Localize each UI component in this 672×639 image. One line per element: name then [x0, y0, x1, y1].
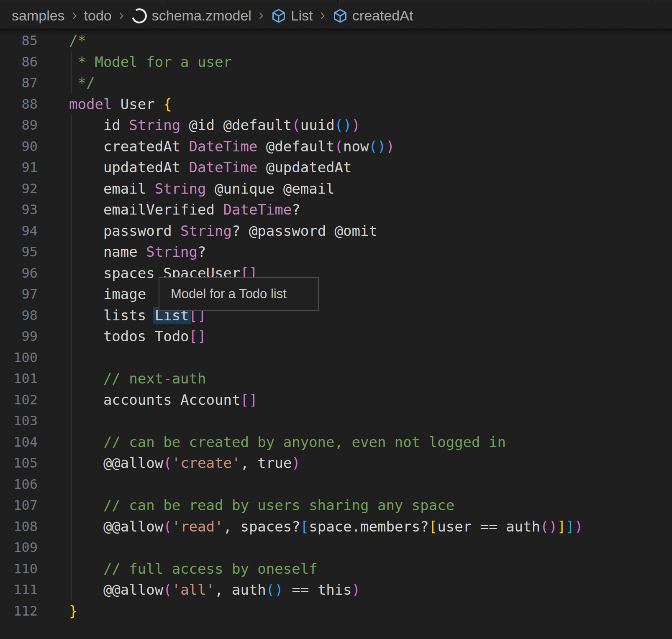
indent-guide: [71, 115, 72, 601]
code-line-content[interactable]: /*: [38, 30, 672, 51]
code-line-104[interactable]: 104 // can be created by anyone, even no…: [0, 432, 672, 453]
code-line-content[interactable]: [38, 410, 672, 432]
code-line-content[interactable]: password String? @password @omit: [38, 220, 672, 242]
code-line-93[interactable]: 93 emailVerified DateTime?: [0, 199, 672, 220]
code-line-content[interactable]: [38, 537, 672, 558]
code-line-86[interactable]: 86 * Model for a user: [0, 51, 672, 73]
code-line-content[interactable]: email String @unique @email: [38, 178, 672, 199]
code-line-98[interactable]: 98 lists List[]: [0, 305, 672, 326]
code-line-content[interactable]: // next-auth: [38, 368, 672, 389]
code-line-85[interactable]: 85/*: [0, 30, 672, 51]
code-line-content[interactable]: @@allow('all', auth() == this): [38, 579, 672, 601]
code-line-103[interactable]: 103: [0, 410, 672, 432]
line-number: 90: [0, 136, 38, 157]
breadcrumb-label: List: [291, 8, 313, 24]
chevron-right-icon: [116, 10, 127, 21]
code-line-content[interactable]: model User {: [38, 94, 672, 115]
code-editor[interactable]: 85/*86 * Model for a user87 */88model Us…: [0, 28, 672, 639]
code-token: now: [343, 138, 369, 155]
code-line-89[interactable]: 89 id String @id @default(uuid()): [0, 115, 672, 136]
code-token: , auth: [215, 581, 266, 598]
code-token: []: [240, 391, 257, 408]
line-number: 86: [0, 51, 38, 73]
line-number: 91: [0, 157, 38, 178]
code-token: (): [540, 518, 557, 535]
code-line-content[interactable]: lists List[]: [38, 305, 672, 326]
breadcrumb-label: todo: [84, 8, 112, 24]
code-line-content[interactable]: image: [38, 284, 672, 305]
code-line-101[interactable]: 101 // next-auth: [0, 368, 672, 389]
code-line-105[interactable]: 105 @@allow('create', true): [0, 452, 672, 474]
code-line-99[interactable]: 99 todos Todo[]: [0, 326, 672, 347]
code-token: [: [429, 518, 437, 535]
code-line-content[interactable]: * Model for a user: [38, 51, 672, 73]
breadcrumb-item-createdat[interactable]: createdAt: [332, 8, 413, 24]
code-token: String: [180, 222, 232, 239]
code-line-109[interactable]: 109: [0, 537, 672, 558]
code-line-content[interactable]: */: [38, 72, 672, 94]
line-number: 92: [0, 178, 38, 199]
code-line-97[interactable]: 97 image: [0, 284, 672, 305]
code-line-content[interactable]: accounts Account[]: [38, 389, 672, 411]
code-line-content[interactable]: @@allow('create', true): [38, 452, 672, 474]
code-token: // can be created by anyone, even not lo…: [69, 434, 506, 450]
code-token: */: [69, 74, 95, 91]
breadcrumb-item-samples[interactable]: samples: [12, 8, 65, 24]
line-number: 103: [0, 410, 38, 432]
breadcrumb-item-todo[interactable]: todo: [84, 8, 112, 24]
code-line-content[interactable]: // full access by oneself: [38, 558, 672, 580]
code-token: uuid: [300, 117, 335, 133]
line-number: 102: [0, 389, 38, 411]
code-line-content[interactable]: // can be created by anyone, even not lo…: [38, 432, 672, 453]
code-line-92[interactable]: 92 email String @unique @email: [0, 178, 672, 199]
code-token: name: [69, 243, 146, 260]
code-line-content[interactable]: name String?: [38, 241, 672, 263]
breadcrumb-label: schema.zmodel: [152, 8, 251, 24]
breadcrumb-item-schema-zmodel[interactable]: schema.zmodel: [131, 8, 251, 24]
code-token: DateTime: [189, 138, 258, 155]
code-line-content[interactable]: todos Todo[]: [38, 326, 672, 347]
code-token: emailVerified: [69, 201, 223, 218]
code-line-91[interactable]: 91 updatedAt DateTime @updatedAt: [0, 157, 672, 178]
code-line-94[interactable]: 94 password String? @password @omit: [0, 220, 672, 242]
code-line-content[interactable]: spaces SpaceUser[]: [38, 263, 672, 284]
code-token: id: [69, 117, 129, 133]
code-line-content[interactable]: @@allow('read', spaces?[space.members?[u…: [38, 516, 672, 537]
line-number: 96: [0, 263, 38, 284]
breadcrumb-item-list[interactable]: List: [271, 8, 313, 24]
code-line-content[interactable]: [38, 474, 672, 495]
vscode-editor-window: samplestodoschema.zmodelListcreatedAt 85…: [0, 0, 672, 639]
code-token: lists: [69, 307, 155, 324]
loading-spinner-icon: [131, 8, 148, 24]
code-line-100[interactable]: 100: [0, 347, 672, 368]
code-line-102[interactable]: 102 accounts Account[]: [0, 389, 672, 411]
code-line-content[interactable]: // can be read by users sharing any spac…: [38, 495, 672, 516]
code-line-108[interactable]: 108 @@allow('read', spaces?[space.member…: [0, 516, 672, 537]
code-line-content[interactable]: createdAt DateTime @default(now()): [38, 136, 672, 157]
code-token: // can be read by users sharing any spac…: [69, 497, 454, 514]
code-token: @@allow: [69, 518, 163, 535]
code-line-90[interactable]: 90 createdAt DateTime @default(now()): [0, 136, 672, 157]
code-line-96[interactable]: 96 spaces SpaceUser[]: [0, 263, 672, 284]
code-line-110[interactable]: 110 // full access by oneself: [0, 558, 672, 580]
code-line-content[interactable]: updatedAt DateTime @updatedAt: [38, 157, 672, 178]
code-token: ): [352, 581, 360, 598]
code-line-111[interactable]: 111 @@allow('all', auth() == this): [0, 579, 672, 601]
code-line-107[interactable]: 107 // can be read by users sharing any …: [0, 495, 672, 516]
code-token: , true: [240, 455, 292, 471]
code-line-87[interactable]: 87 */: [0, 72, 672, 94]
code-token: @unique @email: [206, 180, 335, 197]
code-line-content[interactable]: emailVerified DateTime?: [38, 199, 672, 220]
code-token: ? @password @omit: [232, 222, 377, 239]
code-token: space.members?: [309, 518, 429, 535]
code-line-95[interactable]: 95 name String?: [0, 241, 672, 263]
indent-guide: [71, 51, 72, 94]
code-line-content[interactable]: id String @id @default(uuid()): [38, 115, 672, 136]
code-token: ]: [566, 518, 574, 535]
code-line-88[interactable]: 88model User {: [0, 94, 672, 115]
code-line-112[interactable]: 112}: [0, 601, 672, 622]
code-line-content[interactable]: }: [38, 601, 672, 622]
code-line-content[interactable]: [38, 347, 672, 368]
breadcrumb-label: samples: [12, 8, 65, 24]
code-line-106[interactable]: 106: [0, 474, 672, 495]
